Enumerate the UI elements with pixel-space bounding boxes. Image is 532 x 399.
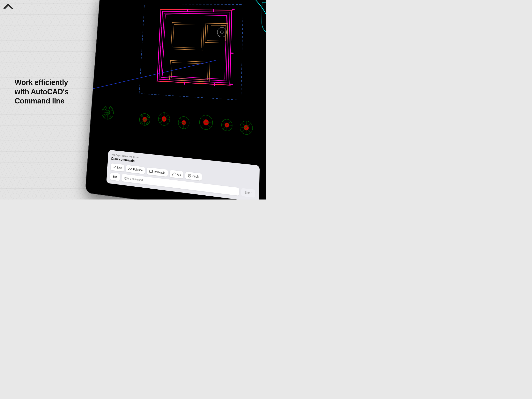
svg-rect-0: [139, 4, 243, 100]
cad-drawing-svg: [89, 0, 266, 169]
rectangle-icon: [149, 169, 153, 173]
svg-line-21: [230, 84, 233, 84]
arc-icon: [172, 172, 176, 176]
svg-line-22: [266, 0, 266, 7]
svg-rect-8: [173, 25, 202, 48]
svg-line-55: [180, 118, 188, 127]
svg-rect-4: [162, 15, 227, 79]
polyline-icon: [128, 167, 132, 171]
hero-text-block: Work efficiently with AutoCAD's Command …: [15, 78, 69, 106]
headline: Work efficiently with AutoCAD's Command …: [15, 78, 69, 106]
polyline-button[interactable]: PolyLine: [126, 165, 145, 174]
svg-line-28: [103, 107, 112, 118]
svg-line-61: [201, 117, 211, 128]
svg-point-30: [103, 106, 107, 111]
svg-point-11: [217, 27, 227, 37]
svg-line-49: [160, 114, 168, 124]
esc-button[interactable]: Esc: [110, 173, 120, 181]
svg-line-6: [156, 81, 231, 85]
svg-rect-1: [157, 10, 232, 85]
circle-icon: [188, 174, 191, 178]
svg-rect-77: [150, 170, 152, 173]
ipad-device: Villa Project Sample.dwg opened. Draw co…: [85, 0, 266, 200]
svg-rect-9: [205, 23, 228, 43]
enter-button[interactable]: Enter: [241, 188, 255, 198]
svg-line-74: [113, 166, 116, 168]
circle-button[interactable]: Circle: [185, 172, 202, 181]
svg-point-41: [146, 114, 150, 118]
svg-point-33: [108, 114, 113, 119]
svg-line-19: [184, 82, 185, 84]
svg-rect-7: [171, 23, 204, 50]
svg-line-80: [190, 175, 191, 176]
svg-line-18: [231, 53, 234, 53]
svg-point-42: [139, 121, 143, 125]
ipad-device-wrapper: Villa Project Sample.dwg opened. Draw co…: [79, 0, 266, 200]
arc-button[interactable]: Arc: [169, 170, 184, 179]
svg-line-5: [160, 10, 233, 10]
svg-line-15: [188, 9, 188, 12]
cad-screen: Villa Project Sample.dwg opened. Draw co…: [85, 0, 266, 200]
rectangle-button[interactable]: Rectangle: [147, 167, 168, 177]
app-logo: [4, 4, 13, 11]
svg-rect-2: [159, 11, 230, 83]
line-icon: [113, 165, 116, 169]
svg-point-12: [221, 31, 223, 34]
line-button[interactable]: Line: [111, 163, 124, 172]
